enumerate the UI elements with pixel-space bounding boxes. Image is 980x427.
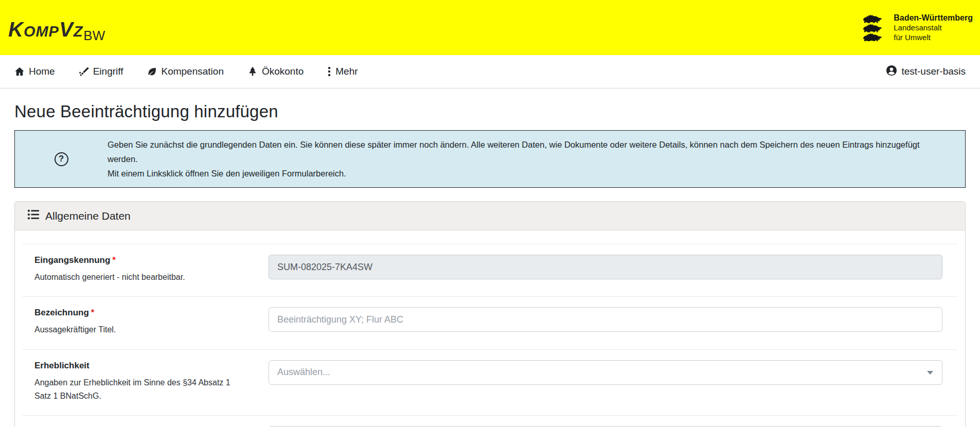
- field-label: Erheblichkeit: [34, 360, 248, 372]
- field-help: Automatisch generiert - nicht bearbeitba…: [34, 271, 239, 284]
- bezeichnung-input[interactable]: [269, 307, 942, 332]
- panel-title: Allgemeine Daten: [45, 210, 131, 222]
- caret-down-icon: [926, 368, 934, 377]
- agency-text: Baden-Württemberg Landesanstalt für Umwe…: [894, 13, 973, 43]
- nav-item-oekokonto[interactable]: Ökokonto: [247, 66, 304, 77]
- panel-body: Eingangskennung* Automatisch generiert -…: [15, 230, 965, 427]
- user-icon: [886, 65, 897, 79]
- nav-item-home[interactable]: Home: [14, 66, 55, 77]
- hint-paragraph-2: Mit einem Linksklick öffnen Sie den jewe…: [108, 166, 945, 181]
- hint-icon-col: ?: [15, 131, 108, 187]
- field-label: Eingangskennung*: [34, 255, 248, 266]
- help-icon: ?: [55, 152, 68, 166]
- nav-item-label: Eingriff: [93, 66, 123, 77]
- nav-item-label: Home: [29, 66, 55, 77]
- nav-item-label: Mehr: [335, 66, 358, 77]
- tools-icon: [79, 66, 89, 77]
- form-row-eingangskennung: Eingangskennung* Automatisch generiert -…: [22, 244, 958, 296]
- leaf-icon: [147, 66, 157, 77]
- app-logo[interactable]: KOMPVZBW: [8, 16, 105, 40]
- agency-logo: Baden-Württemberg Landesanstalt für Umwe…: [861, 12, 973, 43]
- user-name: test-user-basis: [901, 66, 966, 77]
- nav-item-eingriff[interactable]: Eingriff: [79, 66, 123, 77]
- app-logo-sub: BW: [83, 29, 105, 42]
- agency-line1: Baden-Württemberg: [894, 13, 973, 23]
- nav-item-label: Ökokonto: [262, 66, 304, 77]
- form-row-erheblichkeit: Erheblichkeit Angaben zur Erheblichkeit …: [22, 349, 958, 416]
- erheblichkeit-select[interactable]: Auswählen...: [269, 360, 942, 385]
- allgemeine-daten-panel: Allgemeine Daten Eingangskennung* Automa…: [14, 201, 966, 427]
- required-asterisk: *: [112, 255, 116, 265]
- nav-items: Home Eingriff Kompensation Öko: [14, 66, 886, 77]
- list-icon: [28, 209, 39, 222]
- field-help: Aussagekräftiger Titel.: [34, 323, 239, 336]
- nav-item-mehr[interactable]: Mehr: [327, 66, 358, 77]
- form-row-beschreibung: Beschreibung: [22, 415, 958, 427]
- panel-header: Allgemeine Daten: [15, 202, 965, 230]
- page-title: Neue Beeinträchtigung hinzufügen: [14, 102, 966, 121]
- hint-box: ? Geben Sie zunächst die grundlegenden D…: [14, 130, 966, 188]
- tree-icon: [247, 66, 258, 77]
- field-help: Angaben zur Erheblichkeit im Sinne des §…: [34, 376, 239, 403]
- bw-lions-icon: [861, 12, 887, 43]
- brand-header: KOMPVZBW Baden-Württemberg Landesanstalt…: [0, 0, 980, 55]
- hint-paragraph-1: Geben Sie zunächst die grundlegenden Dat…: [108, 137, 945, 166]
- ellipsis-icon: [327, 66, 331, 77]
- agency-line2: Landesanstalt: [894, 23, 973, 33]
- field-label: Bezeichnung*: [34, 307, 248, 319]
- required-asterisk: *: [91, 308, 95, 317]
- select-placeholder: Auswählen...: [277, 367, 330, 378]
- user-menu[interactable]: test-user-basis: [886, 65, 966, 79]
- nav-item-label: Kompensation: [161, 66, 223, 77]
- hint-text: Geben Sie zunächst die grundlegenden Dat…: [108, 131, 965, 187]
- page-content: Neue Beeinträchtigung hinzufügen ? Geben…: [0, 102, 980, 427]
- eingangskennung-input: [269, 255, 942, 279]
- form-row-bezeichnung: Bezeichnung* Aussagekräftiger Titel.: [22, 296, 958, 349]
- agency-line3: für Umwelt: [894, 33, 973, 43]
- nav-item-kompensation[interactable]: Kompensation: [147, 66, 223, 77]
- app-logo-text: K: [8, 19, 24, 40]
- home-icon: [14, 66, 25, 77]
- main-nav: Home Eingriff Kompensation Öko: [0, 55, 980, 88]
